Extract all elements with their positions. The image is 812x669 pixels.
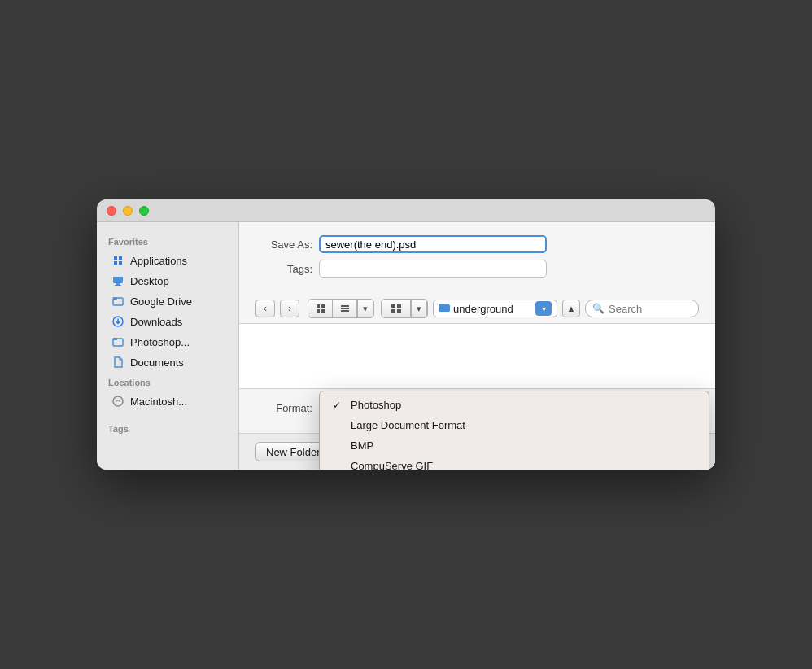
- svg-rect-14: [341, 308, 349, 309]
- sidebar-item-google-drive[interactable]: Google Drive: [100, 291, 235, 311]
- view-dropdown-button[interactable]: ▾: [357, 300, 373, 317]
- applications-icon: [111, 254, 124, 267]
- menu-item-large-doc-label: Large Document Format: [351, 419, 465, 431]
- form-area: Format: PNG ⌃ ✓ Photoshop Large Doc: [239, 389, 715, 433]
- menu-item-bmp[interactable]: BMP: [320, 435, 709, 456]
- search-input[interactable]: [609, 303, 690, 315]
- sidebar-item-downloads[interactable]: Downloads: [100, 312, 235, 331]
- tags-input[interactable]: [319, 260, 547, 278]
- arrange-button[interactable]: [382, 300, 411, 317]
- expand-button[interactable]: ▲: [562, 300, 580, 317]
- location-folder-icon: [439, 303, 450, 315]
- search-box: 🔍: [585, 300, 699, 317]
- svg-rect-21: [439, 304, 443, 306]
- locations-label: Locations: [97, 373, 238, 391]
- svg-rect-15: [341, 310, 349, 312]
- save-as-row: Save As:: [255, 235, 699, 253]
- svg-rect-17: [397, 304, 401, 308]
- tags-label: Tags:: [255, 263, 312, 275]
- menu-item-gif[interactable]: CompuServe GIF: [320, 456, 709, 470]
- list-view-button[interactable]: [333, 300, 357, 317]
- svg-rect-2: [115, 285, 121, 286]
- minimize-button[interactable]: [123, 206, 133, 216]
- arrange-dropdown-button[interactable]: ▾: [411, 300, 427, 317]
- close-button[interactable]: [107, 206, 116, 216]
- sidebar-item-applications-label: Applications: [130, 255, 187, 267]
- maximize-button[interactable]: [139, 206, 149, 216]
- tags-row: Tags:: [255, 260, 699, 278]
- sidebar-item-applications[interactable]: Applications: [100, 251, 235, 270]
- svg-rect-1: [116, 283, 120, 285]
- format-row: Format: PNG ⌃ ✓ Photoshop Large Doc: [255, 399, 699, 417]
- sidebar-item-googledrive-label: Google Drive: [130, 295, 192, 308]
- location-bar: underground ▾: [433, 300, 557, 317]
- menu-item-gif-label: CompuServe GIF: [351, 460, 433, 470]
- svg-rect-16: [391, 304, 395, 308]
- search-icon: 🔍: [592, 303, 605, 314]
- forward-button[interactable]: ›: [280, 300, 299, 317]
- sidebar-item-desktop[interactable]: Desktop: [100, 271, 235, 291]
- location-text: underground: [453, 303, 532, 315]
- downloads-icon: [111, 315, 124, 328]
- sidebar-item-downloads-label: Downloads: [130, 316, 182, 328]
- menu-item-photoshop[interactable]: ✓ Photoshop: [320, 395, 709, 415]
- menu-item-large-doc[interactable]: Large Document Format: [320, 415, 709, 435]
- macintosh-icon: [111, 395, 124, 408]
- photoshop-folder-icon: [111, 335, 124, 348]
- title-bar: [97, 199, 715, 222]
- documents-icon: [111, 356, 124, 369]
- svg-rect-9: [317, 304, 320, 308]
- location-chevron-button[interactable]: ▾: [535, 301, 552, 316]
- favorites-label: Favorites: [97, 232, 238, 250]
- sidebar-item-photoshop[interactable]: Photoshop...: [100, 332, 235, 352]
- save-as-input[interactable]: [319, 235, 547, 253]
- svg-rect-12: [321, 309, 325, 313]
- sidebar-item-documents[interactable]: Documents: [100, 352, 235, 372]
- svg-rect-4: [113, 297, 117, 300]
- svg-rect-7: [113, 338, 117, 340]
- svg-rect-19: [397, 309, 401, 313]
- icon-view-button[interactable]: [308, 300, 333, 317]
- save-dialog: Favorites Applications Deskto: [97, 199, 715, 470]
- tags-label: Tags: [97, 419, 238, 437]
- main-content: Save As: Tags: ‹ ›: [239, 222, 715, 470]
- sidebar-item-macintosh-label: Macintosh...: [130, 396, 187, 408]
- view-btn-group: ▾: [308, 299, 374, 318]
- format-dropdown-menu: ✓ Photoshop Large Document Format BMP: [319, 391, 709, 470]
- svg-rect-0: [113, 277, 123, 283]
- back-button[interactable]: ‹: [255, 300, 275, 317]
- sidebar-item-photoshop-label: Photoshop...: [130, 336, 190, 348]
- file-area: [239, 324, 715, 389]
- save-as-label: Save As:: [255, 238, 312, 251]
- svg-rect-13: [341, 305, 349, 307]
- check-icon: ✓: [333, 400, 344, 411]
- svg-rect-18: [391, 309, 395, 313]
- svg-point-8: [113, 396, 123, 406]
- dialog-body: Favorites Applications Deskto: [97, 222, 715, 470]
- svg-rect-11: [317, 309, 320, 313]
- sidebar-item-documents-label: Documents: [130, 356, 184, 369]
- menu-item-bmp-label: BMP: [351, 439, 373, 452]
- desktop-icon: [111, 274, 124, 287]
- sidebar: Favorites Applications Deskto: [97, 222, 239, 470]
- sidebar-item-desktop-label: Desktop: [130, 275, 169, 287]
- menu-item-photoshop-label: Photoshop: [351, 399, 401, 411]
- top-area: Save As: Tags:: [239, 222, 715, 294]
- format-label: Format:: [255, 402, 312, 414]
- svg-rect-10: [321, 304, 325, 308]
- google-drive-icon: [111, 295, 124, 308]
- arrange-btn-group: ▾: [381, 299, 428, 318]
- sidebar-item-macintosh[interactable]: Macintosh...: [100, 391, 235, 411]
- toolbar: ‹ ›: [239, 294, 715, 324]
